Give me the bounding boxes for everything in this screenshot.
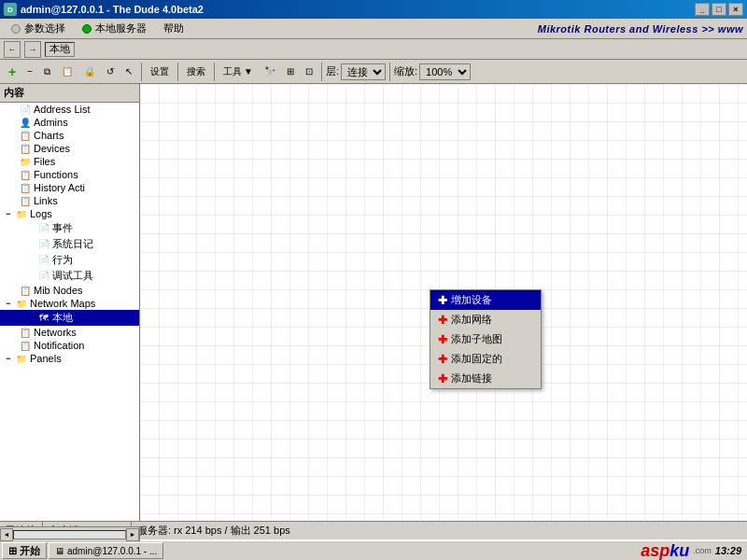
params-icon <box>11 24 21 34</box>
ctx-add-static[interactable]: ✚ 添加固定的 <box>430 349 541 369</box>
sidebar-item-history[interactable]: 📋 History Acti <box>0 181 139 194</box>
scroll-right-button[interactable]: ► <box>126 528 139 541</box>
sidebar-item-networks[interactable]: 📋 Networks <box>0 326 139 339</box>
menu-bar: 参数选择 本地服务器 帮助 Mikrotik Routers and Wirel… <box>0 19 747 39</box>
sidebar-item-links[interactable]: 📋 Links <box>0 194 139 207</box>
sidebar-item-local[interactable]: 🗺 本地 <box>0 310 139 326</box>
sidebar-item-syslog[interactable]: 📄 系统日记 <box>0 236 139 252</box>
fit-button[interactable]: ⊡ <box>301 62 317 82</box>
expand-icon <box>26 255 35 266</box>
watermark-text: aspku <box>641 541 689 561</box>
fit-icon: ⊡ <box>305 66 313 77</box>
plus-icon: ✚ <box>438 372 447 385</box>
sidebar-item-logs[interactable]: − 📁 Logs <box>0 207 139 220</box>
expand-icon: − <box>4 353 13 364</box>
title-bar: D admin@127.0.0.1 - The Dude 4.0beta2 _ … <box>0 0 747 19</box>
minimize-button[interactable]: _ <box>695 3 710 16</box>
expand-icon <box>26 223 35 234</box>
expand-icon <box>26 271 35 282</box>
plus-icon: ✚ <box>438 294 447 307</box>
minus-icon: − <box>27 66 33 77</box>
expand-icon <box>7 117 17 128</box>
ctx-add-network[interactable]: ✚ 添加网络 <box>430 310 541 329</box>
sidebar-item-mibnodes[interactable]: 📋 Mib Nodes <box>0 284 139 297</box>
separator-5 <box>389 63 390 81</box>
sidebar-item-devices[interactable]: 📋 Devices <box>0 142 139 155</box>
lock-icon: 🔒 <box>84 66 95 77</box>
server-icon <box>82 24 92 34</box>
ctx-add-device[interactable]: ✚ 增加设备 <box>430 290 541 310</box>
separator-2 <box>177 63 178 81</box>
page-icon: 📄 <box>37 239 50 250</box>
paste-button[interactable]: 📋 <box>57 62 78 82</box>
remove-button[interactable]: − <box>22 62 37 82</box>
sidebar-item-networkmaps[interactable]: − 📁 Network Maps <box>0 297 139 310</box>
start-button[interactable]: ⊞ 开始 <box>2 542 47 559</box>
settings-label: 设置 <box>150 65 169 78</box>
lock-button[interactable]: 🔒 <box>79 62 100 82</box>
paste-icon: 📋 <box>62 66 73 77</box>
grid-button[interactable]: ⊞ <box>282 62 299 82</box>
folder-icon: 📁 <box>15 298 28 309</box>
sidebar-label: Admins <box>34 117 68 128</box>
sidebar-label: Logs <box>30 208 52 219</box>
nav-back-button[interactable]: ← <box>4 41 21 58</box>
folder-icon: 📁 <box>19 156 32 167</box>
menu-params[interactable]: 参数选择 <box>4 20 73 38</box>
expand-icon <box>7 156 17 167</box>
title-bar-buttons[interactable]: _ □ × <box>695 3 743 16</box>
close-button[interactable]: × <box>728 3 743 16</box>
menu-params-label: 参数选择 <box>24 21 65 35</box>
menu-local-server[interactable]: 本地服务器 <box>75 20 154 38</box>
search-button[interactable]: 搜索 <box>182 62 210 82</box>
cursor-icon: ↖ <box>125 66 133 77</box>
sidebar-label: Mib Nodes <box>34 285 83 296</box>
page-icon: 📋 <box>19 182 32 193</box>
scroll-left-button[interactable]: ◄ <box>0 528 13 541</box>
refresh-button[interactable]: ↺ <box>102 62 119 82</box>
sidebar-item-addresslist[interactable]: 📄 Address List <box>0 103 139 116</box>
ctx-label: 添加子地图 <box>451 332 502 346</box>
ctx-add-submap[interactable]: ✚ 添加子地图 <box>430 329 541 349</box>
sidebar-item-behavior[interactable]: 📄 行为 <box>0 252 139 268</box>
plus-icon: ✚ <box>438 353 447 366</box>
ctx-add-link[interactable]: ✚ 添加链接 <box>430 369 541 388</box>
sidebar-item-panels[interactable]: − 📁 Panels <box>0 352 139 365</box>
sidebar-item-notification[interactable]: 📋 Notification <box>0 339 139 352</box>
copy-icon: ⧉ <box>44 66 50 77</box>
sidebar-item-admins[interactable]: 👤 Admins <box>0 116 139 129</box>
sidebar-item-charts[interactable]: 📋 Charts <box>0 129 139 142</box>
title-text: admin@127.0.0.1 - The Dude 4.0beta2 <box>21 4 204 15</box>
expand-icon <box>7 182 17 193</box>
sidebar-item-functions[interactable]: 📋 Functions <box>0 168 139 181</box>
expand-icon <box>7 195 17 206</box>
taskbar-app-button[interactable]: 🖥 admin@127.0.0.1 - ... <box>49 542 163 559</box>
sidebar-item-events[interactable]: 📄 事件 <box>0 220 139 236</box>
sidebar-item-files[interactable]: 📁 Files <box>0 155 139 168</box>
sidebar-label: 本地 <box>52 311 73 325</box>
location-bar: ← → 本地 <box>0 39 747 60</box>
search-label: 搜索 <box>187 65 205 78</box>
menu-help[interactable]: 帮助 <box>156 20 191 38</box>
sidebar-label: Network Maps <box>30 298 95 309</box>
sidebar-header: 内容 <box>0 84 139 103</box>
separator-4 <box>321 63 322 81</box>
canvas-area[interactable]: ✚ 增加设备 ✚ 添加网络 ✚ 添加子地图 ✚ 添加固定的 ✚ 添加链接 <box>140 84 747 521</box>
maximize-button[interactable]: □ <box>712 3 726 16</box>
settings-button[interactable]: 设置 <box>146 62 174 82</box>
zoom-select[interactable]: 100% <box>419 63 471 80</box>
copy-button[interactable]: ⧉ <box>39 62 55 82</box>
zoom-label: 缩放: <box>394 64 417 78</box>
expand-icon <box>7 285 17 296</box>
tools-button[interactable]: 工具 ▼ <box>218 62 258 82</box>
cursor-button[interactable]: ↖ <box>120 62 137 82</box>
add-button[interactable]: + <box>4 62 21 82</box>
sidebar-item-debug[interactable]: 📄 调试工具 <box>0 268 139 284</box>
context-menu: ✚ 增加设备 ✚ 添加网络 ✚ 添加子地图 ✚ 添加固定的 ✚ 添加链接 <box>430 289 542 389</box>
menu-help-label: 帮助 <box>163 21 184 35</box>
binoculars-button[interactable]: 🔭 <box>260 62 280 82</box>
taskbar-right: aspku .com 13:29 <box>641 541 745 561</box>
page-icon: 📄 <box>37 255 50 266</box>
layer-select[interactable]: 连接 <box>341 63 386 80</box>
nav-forward-button[interactable]: → <box>24 41 41 58</box>
